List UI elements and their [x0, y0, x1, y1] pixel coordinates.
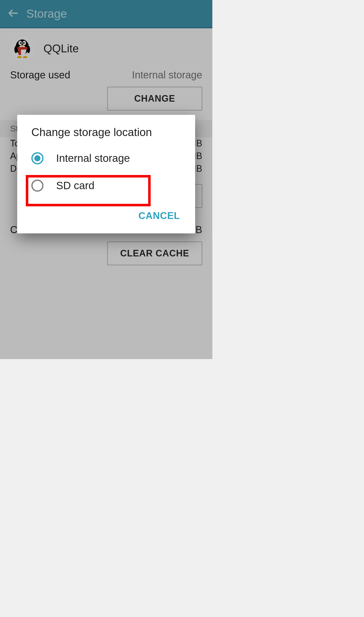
radio-option-internal[interactable]: Internal storage	[17, 145, 195, 172]
radio-selected-icon	[31, 152, 43, 164]
radio-option-sd[interactable]: SD card	[17, 172, 195, 199]
radio-unselected-icon	[31, 180, 43, 192]
dialog-title: Change storage location	[17, 126, 195, 145]
cancel-button[interactable]: CANCEL	[133, 208, 185, 223]
radio-option-internal-label: Internal storage	[43, 152, 130, 164]
dialog-actions: CANCEL	[17, 199, 195, 233]
radio-option-sd-label: SD card	[43, 180, 95, 192]
storage-settings-screen: Storage	[0, 0, 212, 359]
change-storage-dialog: Change storage location Internal storage…	[17, 115, 195, 233]
